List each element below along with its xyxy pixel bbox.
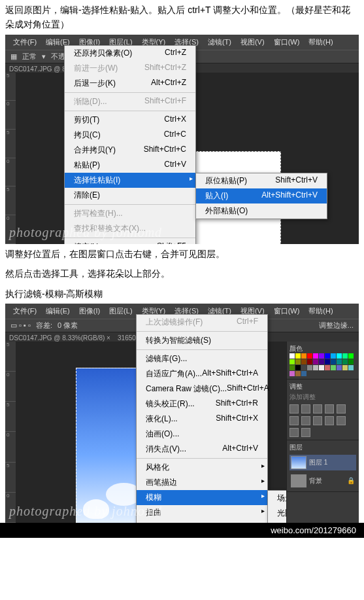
swatch[interactable] [301, 359, 306, 364]
swatch[interactable] [295, 353, 301, 359]
swatch[interactable] [295, 359, 301, 364]
menu-item[interactable]: 填充(L)...Shift+F5 [65, 239, 195, 244]
swatch[interactable] [290, 371, 295, 376]
refine-edge-button[interactable]: 调整边缘... [319, 321, 354, 330]
menu-item[interactable]: 液化(L)...Shift+Ctrl+X [137, 412, 267, 427]
swatch[interactable] [307, 353, 312, 359]
swatch[interactable] [313, 353, 318, 359]
menubar-item[interactable]: 文件(F) [9, 36, 41, 48]
layers-tab[interactable]: 图层 [290, 443, 356, 452]
swatch[interactable] [290, 359, 295, 364]
menu-item[interactable]: 外部粘贴(O) [196, 203, 327, 219]
swatch[interactable] [325, 365, 330, 370]
swatch[interactable] [348, 359, 354, 364]
swatch[interactable] [301, 371, 306, 376]
instruction-2a: 调整好位置后，在图层窗口点击右键，合并可见图层。 [0, 244, 364, 264]
swatch[interactable] [295, 365, 301, 370]
menu-item[interactable]: 转换为智能滤镜(S) [137, 333, 267, 348]
menu-item[interactable]: 镜头校正(R)...Shift+Ctrl+R [137, 397, 267, 412]
menu-item[interactable]: 画笔描边 [137, 475, 267, 490]
adjustment-icons[interactable] [290, 404, 356, 437]
screenshot-filter-blur: 文件(F)编辑(E)图像(I)图层(L)类型(Y)选择(S)滤镜(T)视图(V)… [5, 304, 359, 523]
menu-item[interactable]: 风格化 [137, 460, 267, 475]
menubar-item[interactable]: 帮助(H) [305, 36, 337, 48]
menu-filter[interactable]: 上次滤镜操作(F)Ctrl+F转换为智能滤镜(S)滤镜库(G)...自适应广角(… [136, 314, 268, 523]
swatch[interactable] [313, 359, 318, 364]
menu-item[interactable]: 模糊 [137, 490, 267, 505]
swatch[interactable] [301, 365, 306, 370]
canvas-area: 505050 上次滤镜操作(F)Ctrl+F转换为智能滤镜(S)滤镜库(G)..… [5, 342, 359, 523]
menubar-item[interactable]: 窗口(W) [270, 305, 304, 317]
menu-item[interactable]: Camera Raw 滤镜(C)...Shift+Ctrl+A [137, 381, 267, 397]
adjustments-tab[interactable]: 调整 [290, 382, 356, 391]
menu-item[interactable]: 消失点(V)...Alt+Ctrl+V [137, 442, 267, 457]
doc-tab[interactable]: DSC0147.JPG @ 8 [9, 65, 66, 73]
menu-item[interactable]: 剪切(T)Ctrl+X [65, 113, 195, 128]
swatch[interactable] [319, 359, 324, 364]
submenu[interactable]: 原位粘贴(P)Shift+Ctrl+V贴入(I)Alt+Shift+Ctrl+V… [195, 173, 327, 219]
swatch[interactable] [331, 365, 336, 370]
swatch[interactable] [348, 365, 354, 370]
swatch[interactable] [307, 359, 312, 364]
swatch[interactable] [325, 359, 330, 364]
menubar-item[interactable]: 视图(V) [237, 36, 269, 48]
menu-item[interactable]: 合并拷贝(Y)Shift+Ctrl+C [65, 143, 195, 158]
swatch[interactable] [331, 359, 336, 364]
menu-item: 拼写检查(H)... [65, 206, 195, 221]
menubar-item[interactable]: 滤镜(T) [204, 36, 235, 48]
menubar-item[interactable]: 文件(F) [9, 305, 41, 317]
menu-item[interactable]: 后退一步(K)Alt+Ctrl+Z [65, 76, 195, 91]
swatch[interactable] [290, 353, 295, 359]
layer-name: 图层 1 [309, 458, 327, 467]
swatch[interactable] [313, 365, 318, 370]
swatch[interactable] [342, 353, 348, 359]
swatch[interactable] [342, 365, 348, 370]
menu-item[interactable]: 粘贴(P)Ctrl+V [65, 158, 195, 173]
swatches-tab[interactable]: 颜色 [290, 344, 356, 353]
tolerance-value[interactable]: 0 像素 [58, 321, 78, 330]
menu-item[interactable]: 扭曲 [137, 505, 267, 520]
menu-item[interactable]: 清除(E) [65, 188, 195, 203]
layer-thumb-icon [291, 456, 306, 469]
menubar-item[interactable]: 图像(I) [75, 305, 104, 317]
menu-item[interactable]: 滤镜库(G)... [137, 351, 267, 366]
swatch[interactable] [290, 365, 295, 370]
swatch[interactable] [325, 353, 330, 359]
menubar-item[interactable]: 编辑(E) [42, 305, 74, 317]
layers-panel: 图层 图层 1 背景 🔒 [287, 440, 359, 492]
tool-icon: ▦ [10, 52, 17, 61]
menu-item[interactable]: 锐化 [137, 520, 267, 523]
lock-icon: 🔒 [347, 477, 355, 484]
swatch[interactable] [307, 365, 312, 370]
swatch[interactable] [301, 353, 306, 359]
swatch[interactable] [331, 353, 336, 359]
swatch[interactable] [295, 371, 301, 376]
swatch[interactable] [319, 365, 324, 370]
menubar-item[interactable]: 图层(L) [105, 305, 136, 317]
swatch[interactable] [337, 359, 342, 364]
doc-tab[interactable]: DSC0147.JPG @ 8.33%(RGB/8) [9, 334, 105, 342]
layer-row[interactable]: 图层 1 [290, 455, 356, 470]
menu-item[interactable]: 贴入(I)Alt+Shift+Ctrl+V [196, 188, 327, 203]
menu-item[interactable]: 油画(O)... [137, 427, 267, 442]
blend-mode[interactable]: 正常 [22, 52, 37, 62]
swatches-panel: 颜色 [287, 342, 359, 379]
menu-item[interactable]: 自适应广角(A)...Alt+Shift+Ctrl+A [137, 366, 267, 381]
swatch[interactable] [319, 353, 324, 359]
swatch[interactable] [337, 353, 342, 359]
menubar-item[interactable]: 帮助(H) [305, 305, 337, 317]
add-adjustment-label: 添加调整 [290, 393, 356, 402]
menubar-item[interactable]: 窗口(W) [270, 36, 304, 48]
swatch[interactable] [342, 359, 348, 364]
layer-row[interactable]: 背景 🔒 [290, 473, 356, 489]
menu-item[interactable]: 还原拷贝像素(O)Ctrl+Z [65, 46, 195, 61]
menu-item: 查找和替换文本(X)... [65, 221, 195, 236]
menu-item[interactable]: 拷贝(C)Ctrl+C [65, 128, 195, 143]
menu-item: 前进一步(W)Shift+Ctrl+Z [65, 61, 195, 76]
footer-watermark: weibo.com/201279660 [0, 523, 364, 538]
menu-edit[interactable]: 还原拷贝像素(O)Ctrl+Z前进一步(W)Shift+Ctrl+Z后退一步(K… [64, 45, 196, 244]
swatch[interactable] [348, 353, 354, 359]
swatch[interactable] [337, 365, 342, 370]
menu-item[interactable]: 选择性粘贴(I) [65, 173, 195, 188]
menu-item[interactable]: 原位粘贴(P)Shift+Ctrl+V [196, 173, 327, 188]
